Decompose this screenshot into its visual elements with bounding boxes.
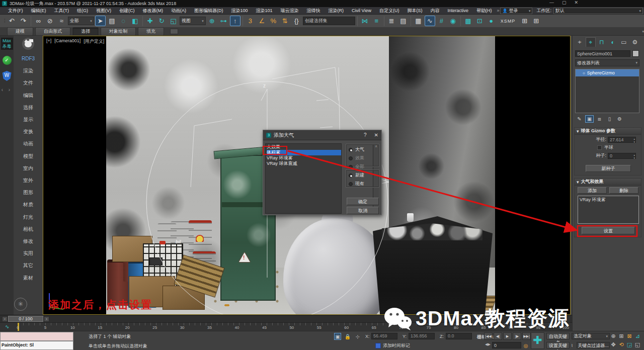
zoom-all-icon[interactable]: ⊞ <box>618 332 625 340</box>
redo-icon[interactable]: ↷ <box>18 16 29 26</box>
menu-item[interactable]: 图形编辑器(D) <box>190 8 227 14</box>
ribbon-tab[interactable]: 填充 <box>138 27 164 36</box>
sidebar-item[interactable]: 显示 <box>23 114 33 126</box>
menu-item[interactable]: 组(G) <box>73 8 92 14</box>
next-frame-button[interactable]: |▶ <box>513 332 521 340</box>
atmosphere-list[interactable]: 火效果体积雾VRay 环境雾VRay 球体衰减 <box>265 143 342 214</box>
sidebar-item[interactable]: 变换 <box>23 126 33 138</box>
window-crossing-icon[interactable]: ◧ <box>130 16 140 26</box>
hierarchy-tab-icon[interactable]: ⊓ <box>597 37 607 47</box>
add-button[interactable]: 添加 <box>578 187 607 194</box>
antivirus-icon[interactable]: ✓ <box>3 56 12 65</box>
set-key-button[interactable]: 设置关键点 <box>546 342 570 348</box>
material-editor-icon[interactable]: ◉ <box>448 16 458 26</box>
selection-filter-dropdown[interactable]: 全部▾ <box>68 17 94 25</box>
frame-back-button[interactable]: ‹ <box>2 316 8 322</box>
menu-item[interactable]: 工具(T) <box>50 8 73 14</box>
menu-item[interactable]: 视图(V) <box>92 8 115 14</box>
y-coordinate-field[interactable]: 136.856 <box>409 333 435 339</box>
undo-icon[interactable]: ↶ <box>7 16 17 26</box>
selection-region-icon[interactable]: ◌ <box>118 16 129 26</box>
mini-curve-editor-icon[interactable]: ∿ <box>5 324 9 329</box>
render-setup-icon[interactable]: ▩ <box>463 16 473 26</box>
layer-manager-icon[interactable]: ≣ <box>386 16 397 26</box>
edit-named-selections-icon[interactable]: {} <box>291 16 302 26</box>
radio-option[interactable]: 现有 <box>349 181 376 187</box>
menu-overflow-icon[interactable]: » <box>497 8 499 13</box>
schematic-view-icon[interactable]: # <box>436 16 447 26</box>
sidebar-item[interactable]: 修改 <box>23 235 33 247</box>
select-scale-icon[interactable]: ◱ <box>168 16 179 26</box>
ribbon-tab[interactable]: 建模 <box>7 27 33 36</box>
modifier-stack-item[interactable]: ○ SphereGizmo <box>576 69 639 76</box>
unlink-selection-icon[interactable]: ⊘ <box>45 16 55 26</box>
modifier-stack[interactable]: ○ SphereGizmo <box>575 69 639 113</box>
radio-option[interactable]: 大气 <box>349 146 376 153</box>
cancel-button[interactable]: 取消 <box>347 207 379 214</box>
select-move-icon[interactable]: ✚ <box>145 16 155 26</box>
object-color-swatch[interactable] <box>632 50 639 57</box>
viewport-camera-label[interactable]: [Camera001] <box>54 38 80 45</box>
sidebar-item[interactable]: RDF3 <box>22 53 35 65</box>
absolute-mode-icon[interactable]: ⊹ <box>354 333 361 340</box>
login-dropdown[interactable]: 👤 登录 ▾ <box>500 8 532 14</box>
menu-item[interactable]: 瑞云渲染 <box>277 8 303 14</box>
zoom-region-icon[interactable]: ◲ <box>626 341 633 348</box>
remove-modifier-icon[interactable]: ▯ <box>605 115 614 123</box>
angle-snap-icon[interactable]: ∠ <box>257 16 267 26</box>
add-time-tag[interactable]: 添加时间标记 <box>375 342 410 349</box>
lock-selection-icon[interactable]: 🔒 <box>344 333 351 340</box>
time-slider-handle[interactable]: 0 / 100 <box>8 316 43 322</box>
curve-editor-icon[interactable]: ∿ <box>425 16 435 26</box>
select-and-link-icon[interactable]: ∞ <box>33 16 44 26</box>
set-keys-button[interactable]: ✚ <box>531 332 544 349</box>
bind-to-space-warp-icon[interactable]: ≈ <box>56 16 67 26</box>
menu-item[interactable]: 内容 <box>426 8 443 14</box>
atmosphere-option[interactable]: 体积雾 <box>267 150 341 155</box>
menu-item[interactable]: 脚本(S) <box>403 8 426 14</box>
menu-item[interactable]: 编辑(E) <box>27 8 50 14</box>
menu-item[interactable]: 创建(C) <box>115 8 139 14</box>
hemisphere-checkbox[interactable] <box>597 145 602 150</box>
auto-key-button[interactable]: 自动关键点 <box>546 333 570 339</box>
macro-recorder-field[interactable] <box>0 332 73 341</box>
setup-button[interactable]: 设置 <box>582 227 635 234</box>
rendered-frame-icon[interactable]: ⊡ <box>474 16 485 26</box>
menu-item[interactable]: 文件(F) <box>4 8 27 14</box>
effect-entry[interactable]: VRay 环境雾 <box>580 197 637 203</box>
sidebar-page-arrows[interactable]: ‹ › <box>2 87 12 93</box>
sidebar-item[interactable]: 编辑 <box>23 90 33 102</box>
dialog-close-button[interactable]: ✕ <box>374 132 378 138</box>
sidebar-item[interactable]: 其它 <box>23 259 33 272</box>
menu-item[interactable]: 渲染100 <box>227 8 252 14</box>
ribbon-toggle-icon[interactable]: ▦ <box>413 16 424 26</box>
x-coordinate-field[interactable]: 56.459 <box>371 333 397 339</box>
viewport-shading-label[interactable]: [用户定义] <box>84 38 104 45</box>
viewport-layout-b-icon[interactable]: ⊞ <box>531 16 541 26</box>
isolate-selection-icon[interactable]: ▣ <box>334 333 341 340</box>
dialog-title-bar[interactable]: 3 添加大气 ? ✕ <box>263 130 381 140</box>
ribbon-mini-icon[interactable] <box>170 29 178 34</box>
delete-button[interactable]: 删除 <box>609 187 638 194</box>
new-seed-button[interactable]: 新种子 <box>586 165 631 172</box>
sidebar-item[interactable]: 素材 <box>23 272 33 284</box>
current-frame-field[interactable]: 0 <box>492 342 521 348</box>
sidebar-item[interactable]: 选择 <box>23 102 33 114</box>
motion-tab-icon[interactable]: ◐ <box>608 37 618 47</box>
render-production-icon[interactable]: ● <box>486 16 497 26</box>
minimize-button[interactable]: — <box>549 0 554 5</box>
rollout-header[interactable]: ▾ 球体 Gizmo 参数 <box>575 128 641 135</box>
percent-snap-icon[interactable]: % <box>268 16 279 26</box>
sidebar-flower-icon[interactable]: ✳ <box>14 298 27 311</box>
rollout-header[interactable]: ▾ 大气和效果 <box>575 179 641 186</box>
shield-icon[interactable]: W <box>3 71 12 81</box>
zoom-extents-icon[interactable]: ⊠ <box>626 332 633 340</box>
align-icon[interactable]: ≡ <box>371 16 382 26</box>
select-rotate-icon[interactable]: ↻ <box>156 16 167 26</box>
sidebar-item[interactable]: 材质 <box>23 199 33 211</box>
spinner-snap-icon[interactable]: ⇅ <box>280 16 290 26</box>
select-object-icon[interactable]: ➤ <box>95 16 106 26</box>
select-by-name-icon[interactable]: ▤ <box>107 16 117 26</box>
radio-option[interactable]: 效果 <box>349 155 376 161</box>
workspace-dropdown[interactable]: 默认 ▾ <box>553 8 643 14</box>
